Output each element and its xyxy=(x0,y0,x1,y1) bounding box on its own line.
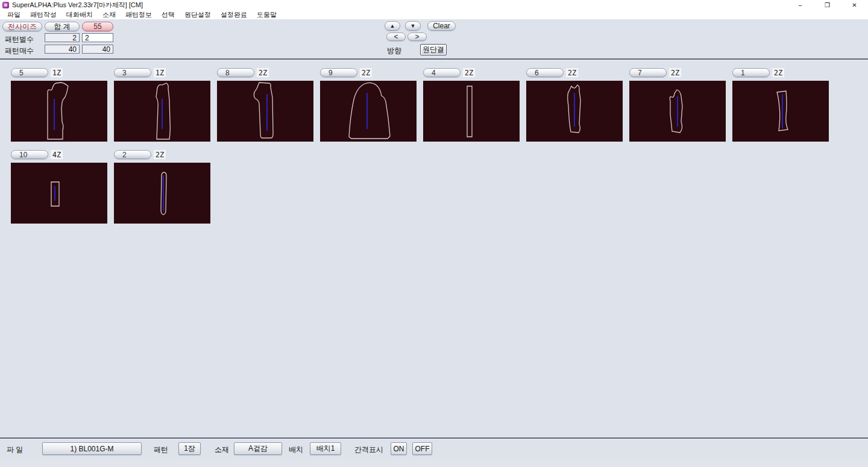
pattern-cell-header: 31Z xyxy=(114,68,210,77)
pattern-thumbnail[interactable] xyxy=(320,81,417,142)
menu-item-6[interactable]: 원단설정 xyxy=(180,10,216,19)
status-area xyxy=(0,459,868,467)
pattern-thumbnail[interactable] xyxy=(114,163,210,224)
menu-item-2[interactable]: 대화배치 xyxy=(61,10,98,19)
pattern-number-button[interactable]: 1 xyxy=(732,68,770,77)
app-window: SuperALPHA:Plus Ver2.33r7[마카제작] [CM] – ❐… xyxy=(0,0,868,467)
pattern-cell-header: 82Z xyxy=(217,68,313,77)
pattern-cell-2: 22Z xyxy=(114,150,210,224)
pattern-cell-9: 92Z xyxy=(320,68,417,142)
gap-off-button[interactable]: OFF xyxy=(412,442,432,455)
pattern-label: 패턴 xyxy=(154,445,168,455)
pattern-number-button[interactable]: 3 xyxy=(114,68,151,77)
menu-item-1[interactable]: 패턴작성 xyxy=(25,10,61,19)
pattern-thumbnail[interactable] xyxy=(114,81,210,142)
pattern-thumbnail[interactable] xyxy=(526,81,623,142)
pattern-cell-header: 22Z xyxy=(114,150,210,159)
menu-item-0[interactable]: 파일 xyxy=(2,10,25,19)
gap-on-button[interactable]: ON xyxy=(391,442,407,455)
menu-item-8[interactable]: 도움말 xyxy=(252,10,281,19)
pattern-size-label: 2Z xyxy=(154,150,166,159)
app-icon xyxy=(2,2,9,8)
pattern-count-field: 40 xyxy=(82,45,113,54)
pattern-thumbnail[interactable] xyxy=(732,81,829,142)
pattern-thumbnail[interactable] xyxy=(629,81,726,142)
menu-item-5[interactable]: 선택 xyxy=(157,10,180,19)
pattern-thumbnail[interactable] xyxy=(217,81,313,142)
pattern-thumbnail[interactable] xyxy=(11,163,107,224)
window-controls: – ❐ ✕ xyxy=(787,0,868,10)
pattern-number-button[interactable]: 4 xyxy=(423,68,461,77)
arrow-down-button[interactable]: ▼ xyxy=(405,21,421,31)
pattern-cell-4: 42Z xyxy=(423,68,520,142)
menu-item-7[interactable]: 설정완료 xyxy=(216,10,252,19)
pattern-outline xyxy=(48,83,68,139)
menu-item-3[interactable]: 소재 xyxy=(98,10,121,19)
pattern-sheet-button[interactable]: 1장 xyxy=(178,442,201,455)
material-label: 소재 xyxy=(215,445,229,455)
pattern-outline xyxy=(467,86,472,137)
pattern-cell-6: 62Z xyxy=(526,68,623,142)
clear-button[interactable]: Clear xyxy=(427,21,456,31)
pattern-number-button[interactable]: 6 xyxy=(526,68,564,77)
pattern-cell-8: 82Z xyxy=(217,68,313,142)
pattern-size-label: 1Z xyxy=(51,68,63,77)
menu-item-4[interactable]: 패턴정보 xyxy=(121,10,157,19)
file-select-button[interactable]: 1) BL001G-M xyxy=(42,442,142,455)
pattern-size-label: 2Z xyxy=(360,68,372,77)
material-select-button[interactable]: A겉감 xyxy=(234,442,282,455)
pattern-thumbnail[interactable] xyxy=(423,81,520,142)
pattern-sets-input[interactable]: 2 xyxy=(82,33,113,42)
pattern-cell-header: 104Z xyxy=(11,150,107,159)
layout-select-button[interactable]: 배치1 xyxy=(310,442,341,455)
minimize-button[interactable]: – xyxy=(787,0,814,10)
pattern-sets-label: 패턴벌수 xyxy=(5,34,34,45)
total-button[interactable]: 합 계 xyxy=(45,22,80,31)
total-value-field: 55 xyxy=(82,22,113,31)
pattern-outline xyxy=(670,90,682,133)
pattern-size-label: 4Z xyxy=(51,150,63,159)
control-panel: 전사이즈 합 계 55 패턴벌수 2 2 패턴매수 40 40 ▲ ▼ Clea… xyxy=(0,19,868,58)
pattern-number-button[interactable]: 9 xyxy=(320,68,357,77)
pattern-number-button[interactable]: 5 xyxy=(11,68,48,77)
pattern-cell-1: 12Z xyxy=(732,68,829,142)
pattern-cell-5: 51Z xyxy=(11,68,107,142)
pattern-number-button[interactable]: 2 xyxy=(114,150,151,159)
pattern-cell-header: 72Z xyxy=(629,68,726,77)
file-label: 파 일 xyxy=(7,445,23,455)
arrow-right-button[interactable]: > xyxy=(407,33,427,41)
pattern-cell-header: 62Z xyxy=(526,68,623,77)
pattern-sets-total-field: 2 xyxy=(45,33,80,42)
arrow-up-button[interactable]: ▲ xyxy=(385,21,400,31)
grain-button[interactable]: 원단결 xyxy=(420,44,447,55)
pattern-size-label: 2Z xyxy=(257,68,269,77)
arrow-left-button[interactable]: < xyxy=(386,33,406,41)
layout-label: 배치 xyxy=(289,445,303,455)
pattern-canvas: 51Z31Z82Z92Z42Z62Z72Z12Z104Z22Z xyxy=(0,60,868,437)
title-bar: SuperALPHA:Plus Ver2.33r7[마카제작] [CM] – ❐… xyxy=(0,0,868,10)
all-sizes-button[interactable]: 전사이즈 xyxy=(2,22,42,31)
pattern-cell-header: 12Z xyxy=(732,68,829,77)
bottom-bar: 파 일 1) BL001G-M 패턴 1장 소재 A겉감 배치 배치1 간격표시… xyxy=(0,439,868,459)
direction-label: 방향 xyxy=(387,46,401,56)
restore-button[interactable]: ❐ xyxy=(814,0,841,10)
pattern-cell-3: 31Z xyxy=(114,68,210,142)
pattern-outline xyxy=(254,83,273,138)
pattern-cell-7: 72Z xyxy=(629,68,726,142)
close-button[interactable]: ✕ xyxy=(841,0,868,10)
pattern-grid: 51Z31Z82Z92Z42Z62Z72Z12Z104Z22Z xyxy=(0,60,844,224)
pattern-size-label: 2Z xyxy=(566,68,578,77)
pattern-outline xyxy=(156,83,170,139)
pattern-number-button[interactable]: 10 xyxy=(11,150,48,159)
pattern-size-label: 1Z xyxy=(154,68,166,77)
menu-bar: 파일패턴작성대화배치소재패턴정보선택원단설정설정완료도움말 xyxy=(0,10,868,19)
pattern-cell-header: 42Z xyxy=(423,68,520,77)
pattern-number-button[interactable]: 8 xyxy=(217,68,254,77)
pattern-size-label: 2Z xyxy=(669,68,681,77)
pattern-cell-10: 104Z xyxy=(11,150,107,224)
pattern-number-button[interactable]: 7 xyxy=(629,68,667,77)
pattern-size-label: 2Z xyxy=(772,68,784,77)
pattern-thumbnail[interactable] xyxy=(11,81,107,142)
pattern-cell-header: 92Z xyxy=(320,68,417,77)
pattern-size-label: 2Z xyxy=(463,68,475,77)
